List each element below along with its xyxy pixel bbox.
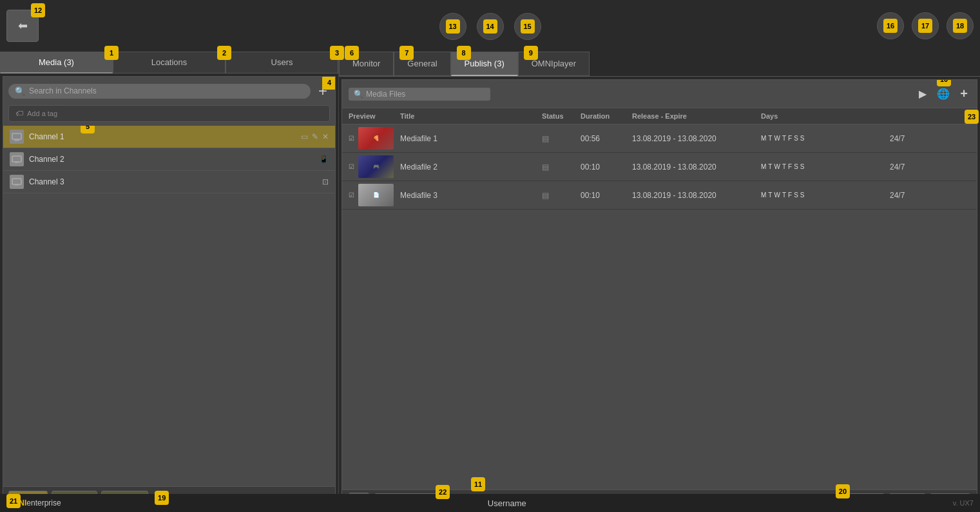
channel-2-icon xyxy=(10,152,24,166)
tag-placeholder: Add a tag xyxy=(27,110,57,117)
table-row[interactable]: ☑ 🎮 Mediafile 2 ▤ 00:10 13.08.2019 - 13.… xyxy=(342,153,977,181)
tab-publish[interactable]: 8 Publish (3) xyxy=(451,52,518,76)
youtube-icon[interactable]: ▶ xyxy=(916,86,929,101)
left-tab-bar: 1 Media (3) 2 Locations 3 Users xyxy=(0,52,338,74)
tab-media-label: Media (3) xyxy=(39,57,74,67)
channel-1-name: Channel 1 xyxy=(29,132,296,141)
tab-general-label: General xyxy=(407,59,437,68)
tab-users-label: Users xyxy=(271,57,293,67)
day-s2: S xyxy=(800,135,805,142)
home-button[interactable]: ⌂ xyxy=(439,13,466,40)
edit-button[interactable]: ✎ xyxy=(477,13,504,40)
channel-item-2[interactable]: Channel 2 📱 xyxy=(3,148,335,171)
row3-duration: 00:10 xyxy=(581,191,632,200)
right-panel: 6 Monitor 7 General 8 Publish (3) 9 OMNI… xyxy=(338,52,980,512)
add-channel-btn-wrap: 4 + xyxy=(316,82,330,100)
row2-duration: 00:10 xyxy=(581,162,632,172)
undo-icon: ↩ xyxy=(921,20,930,32)
tab-locations-label: Locations xyxy=(151,57,187,67)
col-preview: Preview xyxy=(349,112,400,120)
table-row[interactable]: ☑ 🍕 Mediafile 1 ▤ 00:56 13.08.2019 - 13.… xyxy=(342,124,977,153)
channel-2-actions: 📱 xyxy=(319,155,329,164)
tab-locations[interactable]: 2 Locations xyxy=(113,52,226,74)
preview-cell-1: ☑ 🍕 xyxy=(349,127,400,150)
row1-title: Mediafile 1 xyxy=(400,134,542,143)
row2-thumbnail: 🎮 xyxy=(358,155,394,178)
username: Username xyxy=(488,498,526,508)
power-icon: ⏻ xyxy=(955,20,965,32)
row2-title: Mediafile 2 xyxy=(400,162,542,172)
table-row[interactable]: ☑ 📄 Mediafile 3 ▤ 00:10 13.08.2019 - 13.… xyxy=(342,181,977,210)
tag-icon: 🏷 xyxy=(15,109,23,118)
add-media-icon[interactable]: + xyxy=(957,85,970,103)
app-footer: OMNIenterprise Username v. UX7 xyxy=(0,494,980,512)
tab-general[interactable]: 7 General xyxy=(394,52,450,76)
channel-1-actions: ▭ ✎ ✕ xyxy=(301,132,329,141)
power-button[interactable]: ⏻ xyxy=(946,12,974,39)
globe-icon[interactable]: 🌐 xyxy=(934,86,952,101)
back-button[interactable]: ⬅ xyxy=(6,10,39,42)
day-w: W xyxy=(774,135,780,142)
row1-days: M T W T F S S xyxy=(761,135,890,142)
top-bar: 12 ⬅ 13 ⌂ 14 ✎ 15 👤 16 xyxy=(0,0,980,52)
row1-check: ☑ xyxy=(349,135,354,142)
col-duration: Duration xyxy=(581,112,632,120)
channel-item-3[interactable]: Channel 3 ⊡ xyxy=(3,171,335,193)
home-icon: ⌂ xyxy=(450,21,456,32)
back-icon: ⬅ xyxy=(18,19,28,33)
row2-time: 24/7 xyxy=(890,162,941,172)
col-days: Days xyxy=(761,112,890,120)
row3-status: ▤ xyxy=(542,191,581,200)
badge-10: 10 xyxy=(937,79,951,86)
undo-button[interactable]: ↩ xyxy=(912,12,939,39)
tab-omniplayer-label: OMNIplayer xyxy=(532,59,576,68)
right-content: 🔍 10 ▶ 🌐 + Preview Title Status Duration… xyxy=(341,79,977,509)
tab-users[interactable]: 3 Users xyxy=(226,52,338,74)
day-t: T xyxy=(768,135,772,142)
tab-publish-label: Publish (3) xyxy=(465,59,504,68)
top-center-actions: 13 ⌂ 14 ✎ 15 👤 xyxy=(439,13,541,40)
col-release-expire: Release - Expire xyxy=(632,112,761,120)
channel-2-screen-icon: 📱 xyxy=(319,155,329,164)
language-button[interactable]: 🇬🇧 xyxy=(877,12,904,39)
row2-days: M T W T F S S xyxy=(761,163,890,170)
channel-list: 5 Channel 1 ▭ ✎ ✕ xyxy=(3,126,335,486)
channel-item-1[interactable]: 5 Channel 1 ▭ ✎ ✕ xyxy=(3,126,335,148)
svg-rect-2 xyxy=(14,141,19,141)
search-icon: 🔍 xyxy=(15,86,25,96)
main-content: 1 Media (3) 2 Locations 3 Users 🔍 4 + xyxy=(0,52,980,512)
tab-media[interactable]: 1 Media (3) xyxy=(0,52,113,74)
top-left-actions: 12 ⬅ xyxy=(6,10,39,42)
row3-thumbnail: 📄 xyxy=(358,184,394,206)
channel-1-screen-icon: ▭ xyxy=(301,132,308,141)
tag-bar[interactable]: 🏷 Add a tag xyxy=(8,105,330,122)
right-search-input[interactable] xyxy=(366,90,469,99)
svg-rect-6 xyxy=(15,184,19,186)
svg-rect-4 xyxy=(15,162,19,163)
tab-omniplayer[interactable]: 9 OMNIplayer xyxy=(518,52,590,76)
footer-brand-enterprise: enterprise xyxy=(26,498,61,507)
row3-dates: 13.08.2019 - 13.08.2020 xyxy=(632,191,761,200)
svg-rect-5 xyxy=(12,179,21,184)
day-m: M xyxy=(761,135,766,142)
flag-icon: 🇬🇧 xyxy=(884,20,897,32)
right-tab-bar: 6 Monitor 7 General 8 Publish (3) 9 OMNI… xyxy=(339,52,980,77)
row3-title: Mediafile 3 xyxy=(400,191,542,200)
channel-1-close-icon[interactable]: ✕ xyxy=(322,132,329,141)
right-search-bar: 🔍 10 ▶ 🌐 + xyxy=(342,80,977,108)
row3-check: ☑ xyxy=(349,192,354,199)
flag-button-wrap: 16 🇬🇧 xyxy=(877,12,904,39)
back2-button-wrap: 17 ↩ xyxy=(912,12,939,39)
media-table: ☑ 🍕 Mediafile 1 ▤ 00:56 13.08.2019 - 13.… xyxy=(342,124,977,489)
user-icon: 👤 xyxy=(521,21,534,33)
channel-3-icon xyxy=(10,175,24,189)
search-input[interactable] xyxy=(29,86,304,95)
tab-monitor[interactable]: 6 Monitor xyxy=(339,52,394,76)
row2-dates: 13.08.2019 - 13.08.2020 xyxy=(632,162,761,172)
channel-3-name: Channel 3 xyxy=(29,177,317,186)
home-button-wrap: 13 ⌂ xyxy=(439,13,466,40)
channel-1-edit-icon[interactable]: ✎ xyxy=(312,132,318,141)
user-button[interactable]: 👤 xyxy=(514,13,541,40)
edit-icon: ✎ xyxy=(486,21,494,33)
add-channel-button[interactable]: + xyxy=(316,82,330,100)
